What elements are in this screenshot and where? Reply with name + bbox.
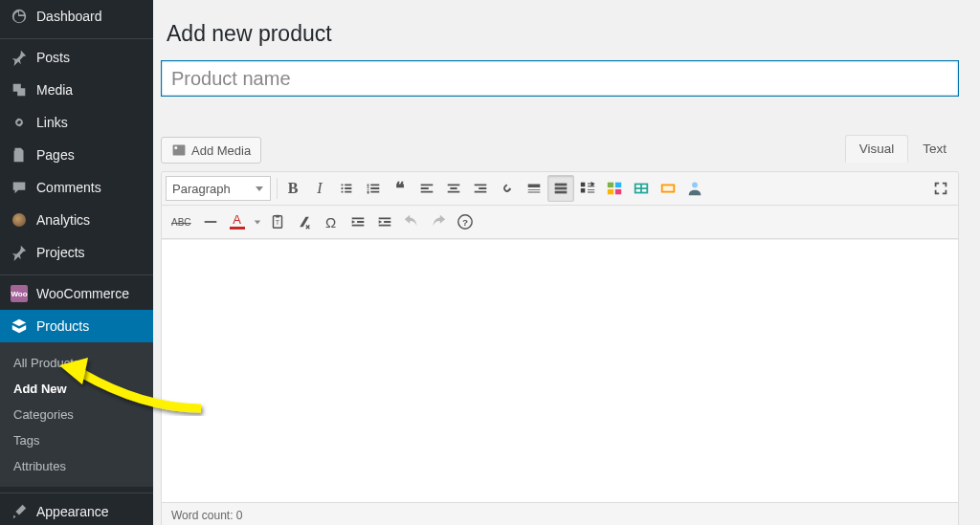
horizontal-rule-button[interactable] [197,208,224,235]
sidebar-item-label: Pages [36,147,75,163]
pin-icon [10,48,29,67]
toolbar-toggle-button[interactable] [547,175,574,202]
indent-button[interactable] [371,208,398,235]
gallery-green-button[interactable] [601,175,628,202]
sidebar-item-label: Products [36,318,89,334]
submenu-attributes[interactable]: Attributes [0,453,153,479]
help-button[interactable]: ? [452,208,479,235]
format-select-label: Paragraph [172,182,231,196]
svg-rect-3 [581,183,586,187]
gallery-orange-button[interactable] [655,175,681,202]
blockquote-button[interactable]: ❝ [387,175,413,202]
align-center-button[interactable] [440,175,467,202]
align-right-button[interactable] [467,175,494,202]
menu-separator [0,489,153,493]
svg-rect-15 [663,186,674,190]
svg-rect-13 [642,189,647,192]
admin-sidebar: Dashboard Posts Media Links Pages Commen… [0,0,153,525]
editor-content-area[interactable] [162,239,958,502]
pin-icon [10,243,29,262]
svg-point-16 [692,183,698,188]
dashboard-icon [10,7,29,26]
sidebar-item-media[interactable]: Media [0,74,153,106]
user-icon-button[interactable] [681,175,708,202]
bullet-list-button[interactable] [333,175,360,202]
editor-toolbar-1: Paragraph B I ❝ [162,172,958,206]
link-icon [10,113,29,132]
product-name-input[interactable] [161,60,959,97]
bold-button[interactable]: B [279,175,306,202]
outdent-button[interactable] [345,208,371,235]
svg-text:?: ? [462,217,468,228]
sidebar-item-label: Comments [36,180,101,195]
special-character-button[interactable]: Ω [318,208,345,235]
products-submenu: All Products Add New Categories Tags Att… [0,342,153,487]
sidebar-item-appearance[interactable]: Appearance [0,495,153,525]
sidebar-item-label: Dashboard [36,9,102,24]
text-color-chevron-button[interactable] [251,208,264,235]
sidebar-item-products[interactable]: Products [0,310,153,342]
svg-rect-2 [555,191,568,194]
brush-icon [10,502,29,521]
svg-rect-5 [608,183,613,187]
editor-statusbar: Word count: 0 [162,502,958,525]
tab-visual[interactable]: Visual [845,135,909,163]
sidebar-item-links[interactable]: Links [0,106,153,139]
sidebar-item-posts[interactable]: Posts [0,41,153,74]
sidebar-item-label: Analytics [36,212,90,228]
word-count-label: Word count: 0 [171,509,242,522]
sidebar-item-label: Projects [36,245,85,260]
sidebar-item-analytics[interactable]: Analytics [0,204,153,236]
comment-icon [10,178,29,197]
svg-rect-6 [615,183,621,187]
tab-text[interactable]: Text [908,135,961,163]
sidebar-item-projects[interactable]: Projects [0,236,153,269]
redo-button[interactable] [425,208,452,235]
sidebar-item-woocommerce[interactable]: Woo WooCommerce [0,277,153,310]
pages-icon [10,145,29,164]
sidebar-item-dashboard[interactable]: Dashboard [0,0,153,33]
menu-separator [0,271,153,275]
sidebar-item-label: Appearance [36,504,109,519]
page-title: Add new product [161,0,961,60]
media-icon [10,80,29,99]
editor-tabs: Visual Text [845,135,961,163]
sidebar-item-label: Media [36,82,73,98]
text-color-button[interactable]: A [224,208,251,235]
add-media-button[interactable]: Add Media [161,137,261,164]
sidebar-item-label: Links [36,115,68,130]
submenu-all-products[interactable]: All Products [0,350,153,376]
paste-text-button[interactable]: T [264,208,291,235]
italic-button[interactable]: I [306,175,333,202]
fullscreen-button[interactable] [927,175,954,202]
submenu-add-new[interactable]: Add New [0,376,153,402]
numbered-list-button[interactable] [360,175,387,202]
strikethrough-button[interactable]: ABC [166,208,197,235]
sidebar-item-pages[interactable]: Pages [0,139,153,171]
svg-rect-12 [636,189,641,192]
insert-link-button[interactable] [494,175,521,202]
sidebar-item-comments[interactable]: Comments [0,171,153,204]
svg-rect-8 [615,189,621,194]
columns-button[interactable] [574,175,601,202]
editor: Paragraph B I ❝ ABC [161,171,959,525]
menu-separator [0,34,153,39]
clear-formatting-button[interactable] [291,208,318,235]
svg-rect-4 [581,188,586,193]
woocommerce-icon: Woo [10,284,29,303]
undo-button[interactable] [398,208,425,235]
add-media-label: Add Media [191,143,251,158]
svg-rect-10 [636,185,641,187]
svg-rect-17 [204,221,216,223]
align-left-button[interactable] [413,175,440,202]
svg-rect-11 [642,185,647,187]
insert-more-button[interactable] [521,175,547,202]
svg-rect-1 [555,187,568,190]
gallery-teal-button[interactable] [628,175,655,202]
analytics-icon [10,210,29,230]
submenu-categories[interactable]: Categories [0,402,153,427]
format-select[interactable]: Paragraph [166,176,271,201]
submenu-tags[interactable]: Tags [0,427,153,453]
svg-text:T: T [275,218,279,227]
svg-rect-7 [608,189,613,194]
